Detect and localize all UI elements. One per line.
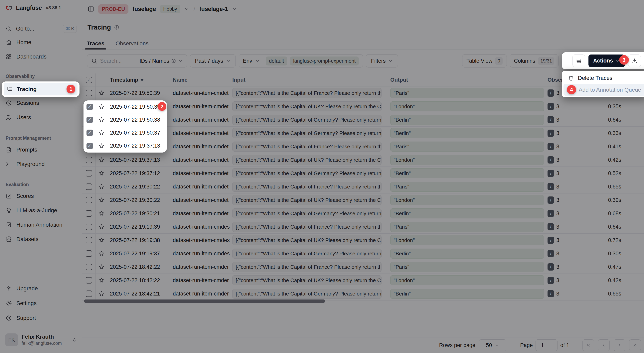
timestamp-cell: 2025-07-22 19:37:13 bbox=[107, 143, 160, 149]
menu-item-label: Delete Traces bbox=[578, 75, 612, 81]
menu-item-delete-traces[interactable]: Delete Traces bbox=[564, 72, 644, 84]
star-icon bbox=[98, 117, 105, 123]
star-cell[interactable] bbox=[96, 117, 107, 123]
tracing-icon bbox=[6, 86, 13, 92]
step-badge-4: 4 bbox=[567, 85, 576, 94]
step-badge-2: 2 bbox=[158, 102, 166, 111]
selected-row[interactable]: 2025-07-22 19:50:39 bbox=[84, 100, 167, 113]
selected-row[interactable]: 2025-07-22 19:50:37 bbox=[84, 126, 167, 139]
sidebar-item-label: Tracing bbox=[17, 86, 37, 92]
spotlight-tracing: Tracing 1 bbox=[2, 81, 80, 97]
row-select-cell[interactable] bbox=[84, 113, 96, 126]
download-icon bbox=[632, 58, 638, 64]
timestamp-cell: 2025-07-22 19:50:38 bbox=[107, 117, 160, 123]
spotlight-actions-toolbar: Actions 3 bbox=[562, 52, 644, 69]
star-icon bbox=[98, 143, 105, 149]
step-badge-3: 3 bbox=[619, 55, 629, 65]
spotlight-selected-rows: 2025-07-22 19:50:39 2025-07-22 19:50:38 … bbox=[84, 100, 167, 153]
star-icon bbox=[98, 104, 105, 110]
step-badge-1: 1 bbox=[66, 85, 75, 93]
selected-rows: 2025-07-22 19:50:39 2025-07-22 19:50:38 … bbox=[84, 100, 167, 153]
row-checkbox-checked[interactable] bbox=[86, 130, 93, 136]
timestamp-cell: 2025-07-22 19:50:39 bbox=[107, 104, 160, 110]
row-checkbox-checked[interactable] bbox=[86, 117, 93, 123]
star-icon bbox=[98, 130, 105, 136]
row-height-button[interactable] bbox=[572, 54, 585, 67]
row-checkbox-checked[interactable] bbox=[86, 104, 93, 110]
star-cell[interactable] bbox=[96, 130, 107, 136]
star-cell[interactable] bbox=[96, 104, 107, 110]
row-select-cell[interactable] bbox=[84, 126, 96, 139]
timestamp-cell: 2025-07-22 19:50:37 bbox=[107, 130, 160, 136]
menu-item-label: Add to Annotation Queue bbox=[579, 87, 641, 93]
rows-icon bbox=[576, 58, 582, 64]
selected-row[interactable]: 2025-07-22 19:37:13 bbox=[84, 139, 167, 152]
row-select-cell[interactable] bbox=[84, 139, 96, 152]
selected-row[interactable]: 2025-07-22 19:50:38 bbox=[84, 113, 167, 126]
row-select-cell[interactable] bbox=[84, 100, 96, 113]
actions-dropdown-menu: Delete Traces Add to Annotation Queue 4 bbox=[562, 71, 644, 97]
tutorial-dim-overlay bbox=[0, 0, 644, 353]
row-checkbox-checked[interactable] bbox=[86, 143, 93, 149]
actions-label: Actions bbox=[593, 58, 613, 64]
langfuse-app: Langfuse v3.86.1 Go to... ⌘ K Home Dashb… bbox=[0, 0, 644, 353]
export-button[interactable] bbox=[628, 54, 641, 67]
trash-icon bbox=[568, 75, 574, 81]
star-cell[interactable] bbox=[96, 143, 107, 149]
